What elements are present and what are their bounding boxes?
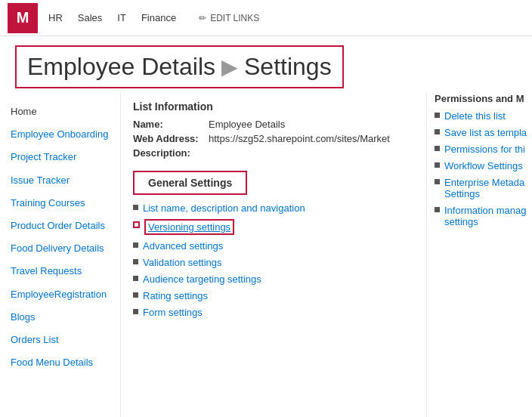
bullet-icon-7 bbox=[133, 309, 138, 314]
perm-link-6: Information manag settings bbox=[435, 205, 532, 227]
link-delete-list[interactable]: Delete this list bbox=[444, 110, 506, 122]
link-form[interactable]: Form settings bbox=[143, 307, 203, 318]
perm-bullet-1 bbox=[435, 113, 440, 118]
link-versioning[interactable]: Versioning settings bbox=[144, 219, 234, 235]
bullet-icon-2 bbox=[133, 221, 140, 228]
link-save-template[interactable]: Save list as templa bbox=[444, 127, 527, 138]
link-workflow[interactable]: Workflow Settings bbox=[444, 160, 523, 171]
perm-bullet-4 bbox=[435, 162, 440, 168]
perm-link-4: Workflow Settings bbox=[435, 160, 532, 171]
sidebar-item-issue-tracker[interactable]: Issue Tracker bbox=[0, 169, 120, 192]
sidebar-item-project-tracker[interactable]: Project Tracker bbox=[0, 146, 120, 168]
edit-links[interactable]: ✏ EDIT LINKS bbox=[199, 13, 259, 23]
breadcrumb-separator: ▶ bbox=[221, 54, 238, 79]
pencil-icon: ✏ bbox=[199, 13, 206, 23]
web-address-label: Web Address: bbox=[133, 133, 209, 144]
nav-links: HR Sales IT Finance ✏ EDIT LINKS bbox=[48, 12, 524, 23]
settings-link-item-2: Versioning settings bbox=[133, 219, 414, 235]
name-value: Employee Details bbox=[209, 119, 285, 130]
perm-link-3: Permissions for thi bbox=[435, 144, 532, 155]
description-row: Description: bbox=[133, 147, 414, 159]
settings-link-item-1: List name, description and navigation bbox=[133, 202, 414, 214]
name-row: Name: Employee Details bbox=[133, 119, 414, 130]
settings-link-item-4: Validation settings bbox=[133, 257, 414, 268]
breadcrumb-site: Employee Details bbox=[27, 53, 215, 81]
sidebar-item-employee-registration[interactable]: EmployeeRegistration bbox=[0, 283, 120, 306]
breadcrumb-page: Settings bbox=[244, 53, 332, 81]
web-address-row: Web Address: https://szg52.sharepoint.co… bbox=[133, 133, 414, 144]
bullet-icon-1 bbox=[133, 205, 138, 210]
web-address-value: https://szg52.sharepoint.com/sites/Marke… bbox=[209, 133, 390, 144]
perm-link-5: Enterprise Metada Settings bbox=[435, 177, 532, 199]
nav-sales[interactable]: Sales bbox=[78, 12, 103, 23]
settings-left-col: List name, description and navigation Ve… bbox=[133, 202, 414, 323]
bullet-icon-5 bbox=[133, 276, 138, 281]
link-enterprise-meta[interactable]: Enterprise Metada Settings bbox=[444, 177, 532, 199]
name-label: Name: bbox=[133, 119, 209, 130]
nav-finance[interactable]: Finance bbox=[141, 12, 176, 23]
main-layout: Home Employee Onboarding Project Tracker… bbox=[0, 93, 532, 417]
sidebar-item-blogs[interactable]: Blogs bbox=[0, 306, 120, 329]
sidebar-item-orders-list[interactable]: Orders List bbox=[0, 329, 120, 351]
sidebar: Home Employee Onboarding Project Tracker… bbox=[0, 93, 121, 417]
perm-bullet-3 bbox=[435, 146, 440, 151]
general-settings-box: General Settings bbox=[133, 171, 247, 195]
link-permissions[interactable]: Permissions for thi bbox=[444, 144, 525, 155]
nav-hr[interactable]: HR bbox=[48, 12, 63, 23]
perm-bullet-6 bbox=[435, 207, 440, 212]
settings-link-item-7: Form settings bbox=[133, 307, 414, 318]
settings-link-item-6: Rating settings bbox=[133, 290, 414, 301]
bullet-icon-6 bbox=[133, 292, 138, 298]
nav-it[interactable]: IT bbox=[117, 12, 126, 23]
sidebar-item-product-order[interactable]: Product Order Details bbox=[0, 215, 120, 237]
sidebar-item-training-courses[interactable]: Training Courses bbox=[0, 192, 120, 215]
link-info-mgmt[interactable]: Information manag settings bbox=[444, 205, 532, 227]
sidebar-item-food-delivery[interactable]: Food Delivery Details bbox=[0, 237, 120, 260]
sidebar-item-food-menu[interactable]: Food Menu Details bbox=[0, 351, 120, 374]
perm-bullet-5 bbox=[435, 179, 440, 184]
sidebar-item-employee-onboarding[interactable]: Employee Onboarding bbox=[0, 123, 120, 146]
link-audience[interactable]: Audience targeting settings bbox=[143, 273, 261, 285]
logo: M bbox=[8, 3, 38, 33]
link-list-name[interactable]: List name, description and navigation bbox=[143, 202, 305, 214]
list-info-title: List Information bbox=[133, 100, 414, 113]
bullet-icon-4 bbox=[133, 259, 138, 264]
perm-link-1: Delete this list bbox=[435, 110, 532, 122]
perm-link-2: Save list as templa bbox=[435, 127, 532, 138]
header-row: Employee Details ▶ Settings bbox=[0, 36, 532, 93]
settings-columns: List name, description and navigation Ve… bbox=[133, 202, 414, 323]
sidebar-item-travel-requests[interactable]: Travel Requests bbox=[0, 260, 120, 283]
link-validation[interactable]: Validation settings bbox=[143, 257, 222, 268]
perm-bullet-2 bbox=[435, 129, 440, 134]
right-panel: Permissions and M Delete this list Save … bbox=[426, 93, 532, 417]
link-advanced[interactable]: Advanced settings bbox=[143, 240, 223, 252]
content-area: List Information Name: Employee Details … bbox=[121, 93, 426, 417]
settings-link-item-3: Advanced settings bbox=[133, 240, 414, 252]
title-area: Employee Details ▶ Settings bbox=[15, 45, 344, 88]
settings-link-item-5: Audience targeting settings bbox=[133, 273, 414, 285]
description-label: Description: bbox=[133, 147, 209, 159]
permissions-title: Permissions and M bbox=[435, 93, 532, 104]
sidebar-item-home: Home bbox=[0, 100, 120, 123]
bullet-icon-3 bbox=[133, 242, 138, 248]
top-nav: M HR Sales IT Finance ✏ EDIT LINKS bbox=[0, 0, 532, 36]
link-rating[interactable]: Rating settings bbox=[143, 290, 208, 301]
